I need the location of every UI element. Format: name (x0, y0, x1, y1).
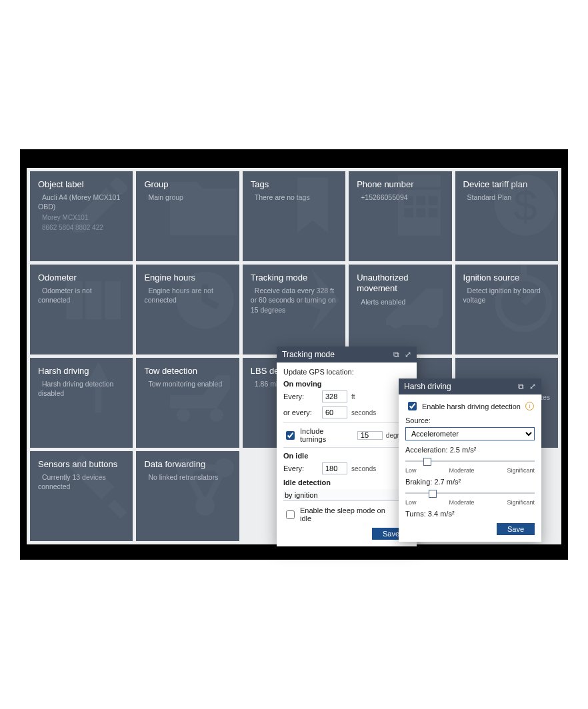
include-turnings-checkbox[interactable] (286, 431, 295, 440)
card-sub: Aucli A4 (Morey MCX101 OBD) (38, 193, 125, 211)
card-data-forwarding[interactable]: Data forwarding No linked retranslators (136, 451, 239, 541)
card-harsh-driving[interactable]: Harsh driving Harsh driving detection di… (30, 358, 133, 448)
slider-significant: Significant (507, 499, 535, 506)
on-idle-label: On idle (283, 452, 410, 460)
card-sub: Harsh driving detection disabled (38, 379, 125, 398)
slider-moderate: Moderate (449, 467, 474, 474)
harsh-save-button[interactable]: Save (497, 523, 535, 535)
card-title: Sensors and buttons (38, 459, 125, 470)
app-frame: Object label Aucli A4 (Morey MCX101 OBD)… (20, 149, 568, 560)
sleep-mode-checkbox[interactable] (286, 510, 295, 519)
card-sub: Receive data every 328 ft or 60 seconds … (251, 286, 337, 315)
on-moving-label: On moving (283, 380, 410, 388)
cards-panel: Object label Aucli A4 (Morey MCX101 OBD)… (27, 168, 561, 544)
copy-icon[interactable]: ⧉ (393, 350, 399, 359)
sleep-mode-label: Enable the sleep mode on idle (300, 506, 397, 522)
card-sub3: 8662 5804 8802 422 (38, 223, 125, 232)
slider-significant: Significant (507, 467, 535, 474)
card-sub: Currently 13 devices connected (38, 472, 125, 491)
card-title: Object label (38, 179, 125, 190)
card-tariff[interactable]: $ Device tariff plan Standard Plan (455, 171, 558, 261)
card-sub: Odometer is not connected (38, 286, 125, 305)
idle-input[interactable] (322, 462, 347, 474)
card-group[interactable]: Group Main group (136, 171, 239, 261)
svg-point-9 (177, 408, 190, 422)
card-object-label[interactable]: Object label Aucli A4 (Morey MCX101 OBD)… (30, 171, 133, 261)
card-sub: +15266055094 (357, 193, 443, 202)
card-title: Tracking mode (251, 273, 337, 283)
acceleration-label: Acceleration: 2.5 m/s² (405, 446, 535, 454)
distance-unit: ft (351, 393, 355, 400)
svg-point-10 (210, 408, 223, 422)
idle-detection-label: Idle detection (283, 478, 410, 486)
card-sub: Alerts enabled (357, 297, 443, 307)
idle-every-label: Every: (283, 464, 318, 472)
slider-low: Low (405, 467, 417, 474)
card-sub: Standard Plan (463, 193, 550, 202)
turns-label: Turns: 3.4 m/s² (405, 510, 535, 518)
card-title: Tow detection (144, 366, 231, 376)
popup-tracking-mode: Tracking mode ⧉ ⤢ Update GPS location: O… (277, 347, 417, 546)
time-unit: seconds (351, 409, 376, 416)
svg-point-13 (195, 496, 215, 516)
enable-harsh-label: Enable harsh driving detection (422, 402, 521, 410)
slider-moderate: Moderate (449, 499, 474, 506)
card-title: Tags (251, 179, 337, 190)
card-sub: There are no tags (251, 193, 337, 202)
popup-title: Harsh driving (404, 382, 451, 391)
card-ignition[interactable]: Ignition source Detect ignition by board… (455, 265, 558, 354)
every-label: Every: (283, 392, 318, 400)
card-sub: No linked retranslators (144, 472, 231, 482)
card-title: Group (144, 179, 231, 190)
card-title: Odometer (38, 273, 125, 283)
idle-mode-input[interactable] (283, 489, 410, 501)
card-title: Device tariff plan (463, 179, 550, 190)
card-sub: Detect ignition by board voltage (463, 286, 550, 305)
card-odometer[interactable]: Odometer Odometer is not connected (30, 265, 133, 354)
source-select[interactable]: Accelerometer (405, 427, 535, 440)
popup-header[interactable]: Harsh driving ⧉ ⤢ (399, 378, 541, 394)
card-sub: Engine hours are not connected (144, 286, 231, 305)
card-unauthorized[interactable]: Unauthorized movement Alerts enabled (349, 265, 451, 354)
popup-header[interactable]: Tracking mode ⧉ ⤢ (277, 347, 417, 362)
card-sub: Main group (144, 193, 231, 202)
idle-unit: seconds (351, 465, 376, 472)
card-tow-detection[interactable]: Tow detection Tow monitoring enabled (136, 358, 239, 448)
card-title: Harsh driving (38, 366, 125, 376)
turn-input[interactable] (357, 431, 383, 440)
card-title: Phone number (357, 179, 443, 190)
distance-input[interactable] (322, 390, 347, 402)
info-icon[interactable]: i (525, 402, 534, 410)
braking-label: Braking: 2.7 m/s² (405, 478, 535, 486)
collapse-icon[interactable]: ⤢ (529, 382, 536, 391)
card-tags[interactable]: Tags There are no tags (243, 171, 345, 261)
card-phone[interactable]: Phone number +15266055094 (349, 171, 451, 261)
popup-harsh-driving: Harsh driving ⧉ ⤢ Enable harsh driving d… (399, 378, 541, 542)
include-turnings-label: Include turnings (300, 427, 351, 443)
slider-low: Low (405, 499, 417, 506)
copy-icon[interactable]: ⧉ (518, 382, 524, 391)
card-tracking-mode[interactable]: Tracking mode Receive data every 328 ft … (243, 265, 345, 354)
card-title: Unauthorized movement (357, 273, 443, 295)
source-label: Source: (405, 416, 535, 424)
card-sub: Tow monitoring enabled (144, 379, 231, 388)
card-title: Engine hours (144, 273, 231, 283)
svg-point-7 (426, 315, 439, 329)
collapse-icon[interactable]: ⤢ (405, 350, 411, 359)
enable-harsh-checkbox[interactable] (408, 402, 417, 410)
braking-slider[interactable] (405, 488, 535, 498)
card-sub2: Morey MCX101 (38, 213, 125, 222)
acceleration-slider[interactable] (405, 456, 535, 466)
or-every-label: or every: (283, 408, 318, 416)
time-input[interactable] (322, 406, 347, 418)
svg-point-6 (389, 315, 403, 329)
card-title: Data forwarding (144, 459, 231, 470)
card-engine-hours[interactable]: Engine hours Engine hours are not connec… (136, 265, 239, 354)
card-sensors[interactable]: Sensors and buttons Currently 13 devices… (30, 451, 133, 541)
card-title: Ignition source (463, 273, 550, 283)
update-gps-label: Update GPS location: (283, 368, 410, 376)
popup-title: Tracking mode (282, 350, 335, 359)
